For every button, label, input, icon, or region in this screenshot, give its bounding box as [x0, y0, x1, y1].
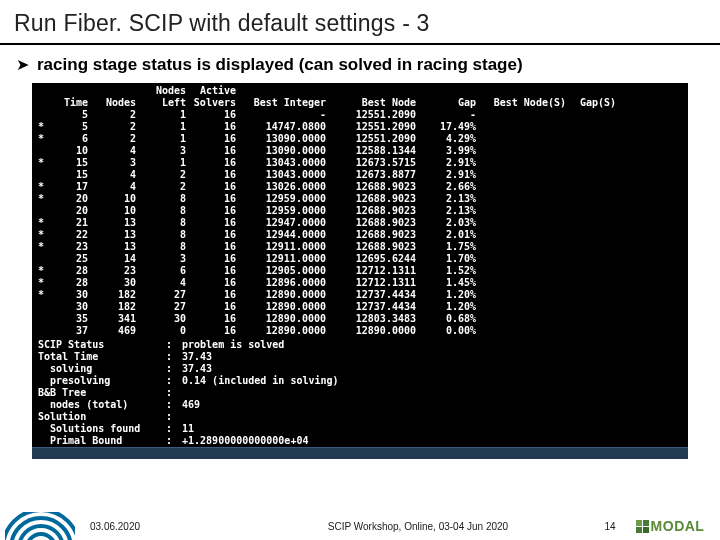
page-title: Run Fiber. SCIP with default settings - …	[0, 0, 720, 43]
terminal-row: 251431612911.000012695.62441.70%	[32, 253, 686, 265]
terminal-row: *201081612959.000012688.90232.13%	[32, 193, 686, 205]
slide: Run Fiber. SCIP with default settings - …	[0, 0, 720, 540]
status-line: presolving: 0.14 (included in solving)	[38, 375, 688, 387]
terminal-row: *211381612947.000012688.90232.03%	[32, 217, 686, 229]
terminal-row: *5211614747.080012551.209017.49%	[32, 121, 686, 133]
footer-arc-logo	[0, 512, 80, 540]
terminal-row: *283041612896.000012712.13111.45%	[32, 277, 686, 289]
footer-page-number: 14	[596, 521, 624, 532]
terminal-header: TimeNodesLeftSolversBest IntegerBest Nod…	[32, 97, 686, 109]
terminal-row: *231381612911.000012688.90231.75%	[32, 241, 686, 253]
footer-event: SCIP Workshop, Online, 03-04 Jun 2020	[240, 521, 596, 532]
status-line: Primal Bound: +1.28900000000000e+04	[38, 435, 688, 447]
footer-brand-text: MODAL	[651, 518, 705, 534]
terminal-output: NodesActiveTimeNodesLeftSolversBest Inte…	[32, 83, 688, 459]
status-line: SCIP Status: problem is solved	[38, 339, 688, 351]
bullet-text: racing stage status is displayed (can so…	[37, 55, 523, 75]
terminal-row: *282361612905.000012712.13111.52%	[32, 265, 686, 277]
terminal-row: 3746901612890.000012890.00000.00%	[32, 325, 686, 337]
terminal-row: 10431613090.000012588.13443.99%	[32, 145, 686, 157]
terminal-row: *17421613026.000012688.90232.66%	[32, 181, 686, 193]
svg-point-3	[27, 534, 55, 540]
slide-footer: 03.06.2020 SCIP Workshop, Online, 03-04 …	[0, 512, 720, 540]
terminal-row: *15311613043.000012673.57152.91%	[32, 157, 686, 169]
bullet-row: ➤ racing stage status is displayed (can …	[0, 45, 720, 81]
terminal-row: *6211613090.000012551.20904.29%	[32, 133, 686, 145]
status-line: nodes (total): 469	[38, 399, 688, 411]
status-line: B&B Tree:	[38, 387, 688, 399]
terminal-row: 30182271612890.000012737.44341.20%	[32, 301, 686, 313]
terminal-row: *221381612944.000012688.90232.01%	[32, 229, 686, 241]
terminal-status-bar	[32, 447, 688, 459]
status-line: Total Time: 37.43	[38, 351, 688, 363]
terminal-row: *30182271612890.000012737.44341.20%	[32, 289, 686, 301]
bullet-arrow-icon: ➤	[16, 57, 29, 73]
footer-brand-logo: MODAL	[624, 512, 716, 540]
terminal-row: 52116-12551.2090-	[32, 109, 686, 121]
terminal-row: 201081612959.000012688.90232.13%	[32, 205, 686, 217]
terminal-header: NodesActive	[32, 85, 686, 97]
terminal-row: 15421613043.000012673.88772.91%	[32, 169, 686, 181]
footer-date: 03.06.2020	[80, 521, 240, 532]
status-line: Solutions found: 11	[38, 423, 688, 435]
terminal-status-block: SCIP Status: problem is solvedTotal Time…	[32, 339, 688, 459]
status-line: solving: 37.43	[38, 363, 688, 375]
terminal-row: 35341301612890.000012803.34830.68%	[32, 313, 686, 325]
status-line: Solution:	[38, 411, 688, 423]
